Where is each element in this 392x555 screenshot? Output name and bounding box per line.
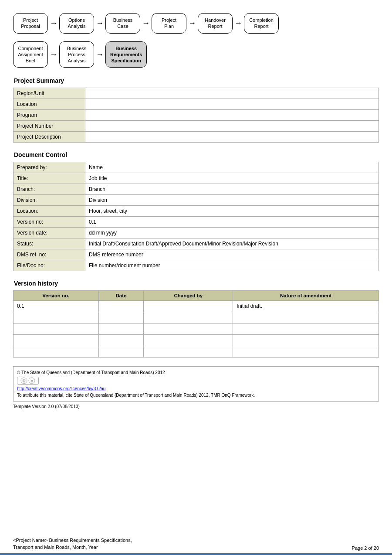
flow-node-component-assignment: ComponentAssignmentBrief	[13, 41, 48, 68]
label-file-doc: File/Doc no:	[14, 260, 85, 271]
flow-node-options-analysis: OptionsAnalysis	[59, 13, 94, 34]
amendment-cell	[233, 312, 379, 323]
table-row: Division: Division	[14, 195, 379, 206]
amendment-cell	[233, 323, 379, 335]
label-version-date: Version date:	[14, 228, 85, 238]
flow-diagram-1: ProjectProposal OptionsAnalysis Business…	[13, 13, 379, 34]
page: ProjectProposal OptionsAnalysis Business…	[0, 0, 392, 555]
label-project-description: Project Description	[14, 132, 85, 143]
date-cell	[98, 312, 144, 323]
version-number-cell	[14, 312, 99, 323]
flow-row-2: ComponentAssignmentBrief BusinessProcess…	[13, 41, 379, 68]
col-amendment: Nature of amendment	[233, 291, 379, 301]
value-division: Division	[85, 195, 379, 206]
value-title: Job title	[85, 173, 379, 184]
flow-node-project-proposal: ProjectProposal	[13, 13, 48, 34]
table-row: Branch: Branch	[14, 184, 379, 195]
date-cell	[98, 335, 144, 346]
label-version-no: Version no:	[14, 217, 85, 228]
label-status: Status:	[14, 238, 85, 249]
changed-by-cell	[144, 335, 233, 346]
table-row: Version no: 0.1	[14, 217, 379, 228]
label-region-unit: Region/Unit	[14, 88, 85, 99]
version-number-cell	[14, 335, 99, 346]
table-row: Prepared by: Name	[14, 162, 379, 173]
value-prepared-by: Name	[85, 162, 379, 173]
label-dms-ref: DMS ref. no:	[14, 249, 85, 260]
value-version-date: dd mm yyyy	[85, 228, 379, 238]
table-row: Location	[14, 99, 379, 110]
amendment-cell	[233, 335, 379, 346]
version-history-table: Version no. Date Changed by Nature of am…	[13, 290, 379, 358]
label-project-number: Project Number	[14, 121, 85, 132]
table-row: File/Doc no: File number/document number	[14, 260, 379, 271]
flow-arrow-4	[188, 19, 196, 28]
version-number-cell	[14, 323, 99, 335]
table-row: Region/Unit	[14, 88, 379, 99]
label-branch: Branch:	[14, 184, 85, 195]
value-region-unit	[85, 88, 379, 99]
flow-node-completion-report: CompletionReport	[244, 13, 279, 34]
flow-row-1: ProjectProposal OptionsAnalysis Business…	[13, 13, 379, 34]
flow-arrow-2	[96, 19, 104, 28]
flow-diagram-2: ComponentAssignmentBrief BusinessProcess…	[13, 41, 379, 68]
value-branch: Branch	[85, 184, 379, 195]
table-row: Status: Initial Draft/Consultation Draft…	[14, 238, 379, 249]
date-cell	[98, 346, 144, 358]
table-row	[14, 335, 379, 346]
page-number: Page 2 of 20	[352, 545, 379, 551]
table-row	[14, 323, 379, 335]
svg-text:⊕: ⊕	[30, 379, 34, 383]
col-version-no: Version no.	[14, 291, 99, 301]
label-division: Division:	[14, 195, 85, 206]
table-header-row: Version no. Date Changed by Nature of am…	[14, 291, 379, 301]
value-project-number	[85, 121, 379, 132]
table-row: DMS ref. no: DMS reference number	[14, 249, 379, 260]
amendment-cell: Initial draft.	[233, 301, 379, 312]
page-footer: <Project Name> Business Requirements Spe…	[0, 535, 392, 555]
value-file-doc: File number/document number	[85, 260, 379, 271]
table-row	[14, 312, 379, 323]
version-history-heading: Version history	[13, 280, 379, 287]
label-prepared-by: Prepared by:	[14, 162, 85, 173]
flow-node-business-requirements: BusinessRequirementsSpecification	[105, 41, 147, 68]
version-number-cell: 0.1	[14, 301, 99, 312]
amendment-cell	[233, 346, 379, 358]
document-control-heading: Document Control	[13, 151, 379, 158]
changed-by-cell	[144, 301, 233, 312]
table-row: Location: Floor, street, city	[14, 206, 379, 217]
col-changed-by: Changed by	[144, 291, 233, 301]
table-row: Title: Job title	[14, 173, 379, 184]
table-row: Project Number	[14, 121, 379, 132]
flow-node-business-case: BusinessCase	[105, 13, 140, 34]
date-cell	[98, 301, 144, 312]
table-row: Program	[14, 110, 379, 121]
license-url[interactable]: http://creativecommons.org/licences/by/3…	[17, 386, 375, 391]
table-row: Version date: dd mm yyyy	[14, 228, 379, 238]
creative-commons-icon: © ⊕	[17, 377, 39, 385]
value-dms-ref: DMS reference number	[85, 249, 379, 260]
flow-arrow-5	[234, 19, 242, 28]
value-location-doc: Floor, street, city	[85, 206, 379, 217]
label-program: Program	[14, 110, 85, 121]
value-version-no: 0.1	[85, 217, 379, 228]
project-summary-heading: Project Summary	[13, 77, 379, 84]
col-date: Date	[98, 291, 144, 301]
flow-arrow-3	[142, 19, 150, 28]
table-row: 0.1 Initial draft.	[14, 301, 379, 312]
footer-content: <Project Name> Business Requirements Spe…	[0, 535, 392, 553]
label-location: Location	[14, 99, 85, 110]
version-number-cell	[14, 346, 99, 358]
changed-by-cell	[144, 312, 233, 323]
value-status: Initial Draft/Consultation Draft/Approve…	[85, 238, 379, 249]
project-summary-table: Region/Unit Location Program Project Num…	[13, 88, 379, 143]
changed-by-cell	[144, 346, 233, 358]
value-project-description	[85, 132, 379, 143]
changed-by-cell	[144, 323, 233, 335]
flow-node-project-plan: ProjectPlan	[152, 13, 186, 34]
flow-node-business-process: BusinessProcessAnalysis	[59, 41, 94, 68]
footer-left: <Project Name> Business Requirements Spe…	[13, 537, 132, 551]
flow-arrow-7	[96, 50, 104, 59]
flow-arrow-1	[50, 19, 57, 28]
copyright-box: © The State of Queensland (Department of…	[13, 366, 379, 402]
